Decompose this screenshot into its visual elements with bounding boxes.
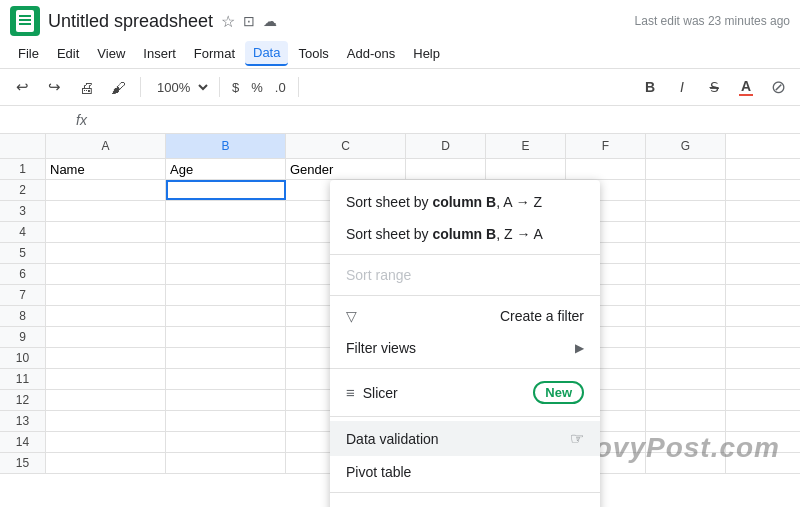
cell[interactable]	[46, 453, 166, 473]
cell[interactable]	[166, 348, 286, 368]
strikethrough-button[interactable]: S̶	[700, 73, 728, 101]
cell[interactable]	[46, 432, 166, 452]
cell[interactable]	[646, 411, 726, 431]
menu-tools[interactable]: Tools	[290, 42, 336, 65]
menu-help[interactable]: Help	[405, 42, 448, 65]
cell[interactable]: Age	[166, 159, 286, 179]
cell[interactable]	[46, 243, 166, 263]
randomize-range-item: Randomize range	[330, 497, 600, 507]
cell[interactable]	[46, 348, 166, 368]
cell[interactable]	[646, 369, 726, 389]
pivot-table-item[interactable]: Pivot table	[330, 456, 600, 488]
cell[interactable]	[646, 306, 726, 326]
cell[interactable]	[46, 222, 166, 242]
menu-view[interactable]: View	[89, 42, 133, 65]
menu-divider-1	[330, 254, 600, 255]
cloud-icon[interactable]: ☁	[263, 13, 277, 29]
cell[interactable]	[166, 411, 286, 431]
cell[interactable]	[406, 159, 486, 179]
create-filter-item[interactable]: ▽ Create a filter	[330, 300, 600, 332]
data-validation-item[interactable]: Data validation ☞	[330, 421, 600, 456]
col-header-e[interactable]: E	[486, 134, 566, 158]
menu-file[interactable]: File	[10, 42, 47, 65]
cell[interactable]	[46, 369, 166, 389]
cell[interactable]	[646, 243, 726, 263]
pivot-table-label: Pivot table	[346, 464, 411, 480]
cell[interactable]	[646, 390, 726, 410]
menu-addons[interactable]: Add-ons	[339, 42, 403, 65]
fx-label: fx	[76, 112, 87, 128]
app-icon	[10, 6, 40, 36]
cell[interactable]	[646, 327, 726, 347]
cell[interactable]	[46, 180, 166, 200]
undo-button[interactable]: ↩	[8, 73, 36, 101]
cell[interactable]	[166, 222, 286, 242]
row-number: 7	[0, 285, 46, 305]
menu-data[interactable]: Data	[245, 41, 288, 66]
cell[interactable]	[166, 432, 286, 452]
cell[interactable]	[166, 369, 286, 389]
cell[interactable]	[46, 306, 166, 326]
slicer-label: Slicer	[363, 385, 398, 401]
col-header-c[interactable]: C	[286, 134, 406, 158]
menu-format[interactable]: Format	[186, 42, 243, 65]
cell[interactable]	[166, 390, 286, 410]
paint-format-button[interactable]: 🖌	[104, 73, 132, 101]
cell[interactable]: Gender	[286, 159, 406, 179]
decimal-button[interactable]: .0	[271, 78, 290, 97]
sort-asc-item[interactable]: Sort sheet by column B, A → Z	[330, 186, 600, 218]
cell[interactable]	[166, 180, 286, 200]
zoom-select[interactable]: 100% 75% 50% 125% 150%	[149, 77, 211, 98]
text-color-button[interactable]: ⊘	[764, 73, 792, 101]
star-icon[interactable]: ☆	[221, 12, 235, 31]
col-header-d[interactable]: D	[406, 134, 486, 158]
cell[interactable]	[646, 201, 726, 221]
cursor-icon: ☞	[570, 429, 584, 448]
cell[interactable]	[166, 306, 286, 326]
cell[interactable]	[646, 264, 726, 284]
format-toolbar: B I S̶ A ⊘	[636, 73, 792, 101]
formula-input[interactable]	[95, 112, 792, 127]
table-row: 1NameAgeGender	[0, 159, 800, 180]
drive-icon[interactable]: ⊡	[243, 13, 255, 29]
slicer-item[interactable]: ≡ Slicer New	[330, 373, 600, 412]
currency-button[interactable]: $	[228, 78, 243, 97]
underline-button[interactable]: A	[732, 73, 760, 101]
cell[interactable]	[46, 201, 166, 221]
cell[interactable]	[166, 327, 286, 347]
redo-button[interactable]: ↪	[40, 73, 68, 101]
filter-views-item[interactable]: Filter views ▶	[330, 332, 600, 364]
cell[interactable]	[46, 390, 166, 410]
cell[interactable]: Name	[46, 159, 166, 179]
menu-insert[interactable]: Insert	[135, 42, 184, 65]
cell[interactable]	[166, 453, 286, 473]
cell[interactable]	[646, 222, 726, 242]
spreadsheet-title[interactable]: Untitled spreadsheet	[48, 11, 213, 32]
cell[interactable]	[646, 285, 726, 305]
cell[interactable]	[566, 159, 646, 179]
cell[interactable]	[486, 159, 566, 179]
spreadsheet: A B C D E F G 1NameAgeGender234567891011…	[0, 134, 800, 474]
col-header-f[interactable]: F	[566, 134, 646, 158]
cell[interactable]	[166, 201, 286, 221]
print-button[interactable]: 🖨	[72, 73, 100, 101]
italic-button[interactable]: I	[668, 73, 696, 101]
sort-desc-item[interactable]: Sort sheet by column B, Z → A	[330, 218, 600, 250]
menu-edit[interactable]: Edit	[49, 42, 87, 65]
col-header-g[interactable]: G	[646, 134, 726, 158]
cell[interactable]	[646, 348, 726, 368]
cell[interactable]	[166, 285, 286, 305]
cell[interactable]	[646, 180, 726, 200]
bold-button[interactable]: B	[636, 73, 664, 101]
percent-button[interactable]: %	[247, 78, 267, 97]
cell[interactable]	[46, 264, 166, 284]
row-number: 9	[0, 327, 46, 347]
cell[interactable]	[166, 243, 286, 263]
col-header-a[interactable]: A	[46, 134, 166, 158]
cell[interactable]	[46, 327, 166, 347]
cell[interactable]	[46, 285, 166, 305]
cell[interactable]	[166, 264, 286, 284]
col-header-b[interactable]: B	[166, 134, 286, 158]
cell[interactable]	[646, 159, 726, 179]
cell[interactable]	[46, 411, 166, 431]
